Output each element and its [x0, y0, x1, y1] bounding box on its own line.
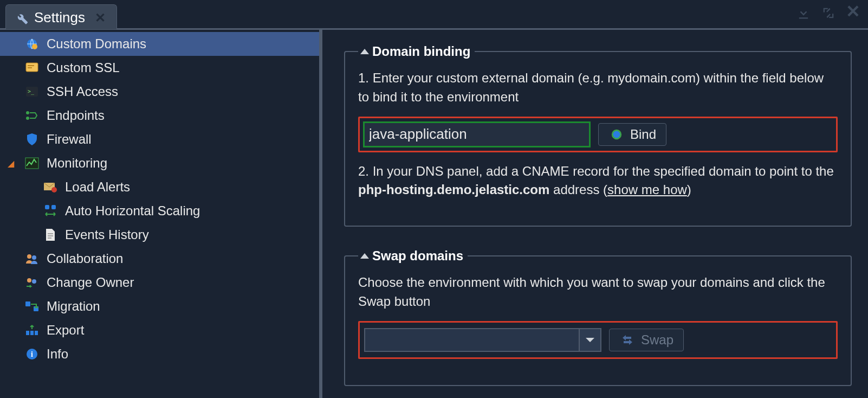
sidebar-item-export[interactable]: Export: [0, 318, 319, 342]
sidebar-item-ssh-access[interactable]: >_ SSH Access: [0, 80, 319, 104]
swap-instruction: Choose the environment with which you wa…: [358, 273, 838, 311]
svg-rect-3: [28, 65, 34, 66]
owner-swap-icon: [24, 275, 40, 290]
step2-text: 2. In your DNS panel, add a CNAME record…: [358, 162, 838, 200]
window-close-icon[interactable]: ✕: [846, 5, 860, 24]
info-icon: i: [24, 347, 40, 361]
bind-button[interactable]: Bind: [598, 123, 666, 146]
chevron-down-icon: [586, 338, 594, 342]
sidebar-subitem-events-history[interactable]: Events History: [0, 223, 319, 247]
section-legend[interactable]: Domain binding: [358, 44, 475, 59]
svg-rect-20: [26, 331, 29, 335]
section-legend[interactable]: Swap domains: [358, 248, 468, 264]
sidebar-subitem-label: Events History: [65, 227, 149, 242]
globe-icon: [24, 37, 40, 51]
sidebar-item-label: Collaboration: [47, 251, 123, 266]
export-icon: [24, 323, 40, 337]
maximize-icon[interactable]: [821, 5, 836, 24]
sidebar-item-info[interactable]: i Info: [0, 342, 319, 366]
sidebar-subitem-auto-scaling[interactable]: Auto Horizontal Scaling: [0, 199, 319, 223]
environment-combo[interactable]: [364, 328, 601, 352]
scaling-icon: [42, 204, 59, 218]
certificate-icon: [24, 61, 40, 75]
sidebar-item-migration[interactable]: Migration: [0, 294, 319, 318]
svg-point-15: [32, 255, 36, 260]
svg-point-1: [32, 44, 37, 49]
sidebar-item-monitoring[interactable]: ◢ Monitoring: [0, 151, 319, 175]
shield-icon: [24, 132, 40, 146]
sidebar-subitem-label: Auto Horizontal Scaling: [65, 203, 200, 219]
sidebar-item-custom-ssl[interactable]: Custom SSL: [0, 56, 319, 80]
svg-point-7: [26, 111, 29, 114]
svg-rect-18: [25, 301, 30, 306]
settings-sidebar: Custom Domains Custom SSL >_ SSH Access: [0, 30, 322, 398]
sidebar-item-label: Monitoring: [47, 156, 107, 171]
sidebar-subitem-label: Load Alerts: [65, 179, 130, 195]
window-titlebar: Settings ✕ ✕: [0, 0, 868, 30]
domain-input-highlight: [363, 121, 591, 147]
svg-text:i: i: [31, 350, 33, 358]
svg-rect-4: [28, 67, 32, 68]
bind-row-highlight: Bind: [358, 117, 838, 152]
section-domain-binding: Domain binding 1. Enter your custom exte…: [344, 44, 852, 227]
sidebar-item-custom-domains[interactable]: Custom Domains: [0, 32, 319, 56]
tree-collapse-icon[interactable]: ◢: [8, 158, 17, 169]
collapse-up-icon[interactable]: [360, 253, 369, 259]
swap-button[interactable]: Swap: [609, 329, 684, 351]
svg-point-17: [32, 279, 36, 284]
sidebar-item-collaboration[interactable]: Collaboration: [0, 247, 319, 271]
svg-text:>_: >_: [28, 88, 35, 95]
svg-point-11: [51, 187, 57, 192]
download-icon[interactable]: [796, 5, 811, 24]
section-title-text: Domain binding: [372, 44, 470, 59]
svg-rect-12: [45, 205, 49, 209]
step1-text: 1. Enter your custom external domain (e.…: [358, 69, 838, 107]
combo-dropdown-button[interactable]: [579, 329, 600, 351]
main-content: Domain binding 1. Enter your custom exte…: [322, 30, 868, 398]
terminal-icon: >_: [24, 85, 40, 99]
domain-input[interactable]: [369, 124, 585, 145]
swap-button-label: Swap: [641, 332, 673, 348]
swap-row-highlight: Swap: [358, 321, 838, 359]
sidebar-item-endpoints[interactable]: Endpoints: [0, 104, 319, 127]
svg-rect-13: [51, 205, 56, 209]
sidebar-subitem-load-alerts[interactable]: Load Alerts: [0, 175, 319, 199]
section-swap-domains: Swap domains Choose the environment with…: [344, 248, 852, 386]
endpoints-icon: [24, 108, 40, 123]
sidebar-item-label: Info: [47, 346, 68, 362]
sidebar-item-label: Export: [47, 323, 84, 338]
collapse-up-icon[interactable]: [360, 49, 369, 54]
svg-rect-21: [30, 331, 34, 335]
tab-settings[interactable]: Settings ✕: [5, 4, 117, 29]
document-icon: [42, 228, 59, 242]
bind-button-label: Bind: [630, 127, 656, 142]
chart-icon: [24, 156, 40, 170]
migration-icon: [24, 299, 40, 313]
sidebar-item-label: Migration: [47, 299, 100, 314]
show-me-how-link[interactable]: show me how: [607, 182, 687, 197]
svg-point-16: [27, 278, 31, 283]
tab-title: Settings: [34, 9, 85, 26]
svg-point-14: [27, 254, 31, 259]
sidebar-item-label: SSH Access: [47, 84, 118, 99]
section-title-text: Swap domains: [372, 248, 463, 264]
svg-point-8: [26, 117, 29, 120]
close-icon[interactable]: ✕: [95, 10, 106, 25]
bind-globe-icon: [608, 127, 625, 142]
svg-point-26: [613, 131, 620, 138]
sidebar-item-label: Custom Domains: [47, 36, 146, 52]
sidebar-item-firewall[interactable]: Firewall: [0, 127, 319, 151]
swap-icon: [619, 333, 636, 347]
envelope-alert-icon: [42, 180, 59, 194]
wrench-icon: [14, 11, 30, 25]
sidebar-item-label: Firewall: [47, 132, 92, 147]
svg-rect-22: [35, 331, 38, 335]
sidebar-item-label: Change Owner: [47, 275, 134, 290]
users-icon: [24, 252, 40, 266]
sidebar-item-label: Custom SSL: [47, 60, 120, 75]
sidebar-item-label: Endpoints: [47, 108, 105, 123]
environment-combo-input[interactable]: [365, 329, 579, 351]
sidebar-item-change-owner[interactable]: Change Owner: [0, 271, 319, 294]
